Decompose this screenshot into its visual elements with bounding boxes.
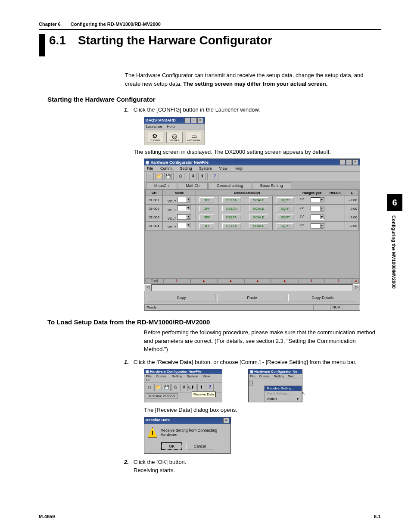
config-button[interactable]: ⚙CONFIG <box>147 132 163 143</box>
cursor-icon: ↖ <box>302 391 305 396</box>
hw-tabs: MeasCh MathCh General setting Basic Sett… <box>144 181 360 189</box>
col-dss: Delta/Scale/Sqrt <box>196 190 298 196</box>
recv-title: Receive Data <box>146 418 170 423</box>
cursor-icon: ↖ <box>187 385 191 391</box>
footer-left: M-4659 <box>39 514 55 519</box>
menu-system[interactable]: System <box>199 166 212 171</box>
tool-icon[interactable]: ⇕ <box>163 278 190 283</box>
open-icon[interactable]: 📂 <box>154 384 162 391</box>
dropdown-icon <box>177 214 191 220</box>
viewer-button[interactable]: ◎VIEWER <box>166 132 183 143</box>
col-range: Range/Type <box>298 190 326 196</box>
close-icon[interactable]: × <box>223 418 229 423</box>
help-icon[interactable]: ? <box>211 173 218 180</box>
print-icon[interactable]: ⎙ <box>171 384 179 391</box>
tab-measure[interactable]: Measure channel <box>146 393 178 399</box>
tool-icon[interactable]: ◂ <box>352 278 359 283</box>
side-chapter-text: Configuring the MV1000/MV2000 <box>387 211 401 293</box>
tab-basic[interactable]: Basic Setting <box>252 182 291 189</box>
app-icon: ▣ <box>146 160 151 165</box>
menu-comm[interactable]: Comm. <box>160 166 173 171</box>
minimize-icon[interactable]: _ <box>339 159 346 165</box>
maximize-icon[interactable]: □ <box>191 118 197 123</box>
launcher-window: DAQSTANDARD _ □ × Launcher Help ⚙CONFIG … <box>144 117 205 145</box>
table-row: CH002 VOLT OFF DELTA SCALE SQRT 2V -2.00 <box>146 205 359 213</box>
paste-button[interactable]: Paste <box>218 294 286 302</box>
help-icon[interactable]: ? <box>206 384 214 391</box>
save-icon[interactable]: 💾 <box>164 173 172 180</box>
receive-icon[interactable]: ⬇ <box>180 384 188 391</box>
scroll-right-icon[interactable]: ▷ <box>353 284 360 291</box>
tool-icon[interactable]: ▲ <box>271 278 298 283</box>
tool-icon[interactable]: ⇕ <box>298 278 325 283</box>
save-icon[interactable]: 💾 <box>163 384 171 391</box>
send2-icon[interactable]: ⬆ <box>197 384 205 391</box>
section-number: 6.1 <box>49 34 66 47</box>
new-icon[interactable]: □ <box>249 380 253 386</box>
hw-small-window: ▣ Hardware Configurator NewFile File Com… <box>144 369 222 402</box>
step-l1-text: Click the [Receive Data] button, or choo… <box>134 359 357 365</box>
load-intro: Before performing the following procedur… <box>144 328 381 354</box>
hw-toolbar: □ 📂 💾 ⎙ ⬇ ⬆ ? <box>144 172 360 181</box>
grid-space <box>145 230 359 278</box>
close-icon[interactable]: × <box>352 159 358 165</box>
menu-file[interactable]: File <box>147 166 153 171</box>
dropdown-icon <box>311 223 324 229</box>
minimize-icon[interactable]: _ <box>184 118 190 123</box>
app-icon: ▣ <box>250 370 254 373</box>
col-mode: Mode <box>163 190 196 196</box>
menu-help[interactable]: Help <box>235 166 243 171</box>
hw-menu-dropdown: ▣ Hardware Configurator Ne File Comm. Se… <box>248 369 302 402</box>
tool-icon[interactable]: ▲ <box>244 278 271 283</box>
step-1b: The setting screen in displayed. The DX2… <box>134 148 381 156</box>
scroll-track[interactable] <box>151 284 353 291</box>
config-icon: ⚙ <box>147 133 163 139</box>
scroll-left-icon[interactable]: ◁ <box>144 284 151 291</box>
page-footer: M-4659 6-1 <box>39 512 381 519</box>
tool-icon[interactable]: ▲ <box>217 278 244 283</box>
hw-scrollbar[interactable]: ◁ ▷ <box>144 284 360 291</box>
receive-dialog: Receive Data × ! Receive Setting from Co… <box>144 417 231 454</box>
tab-measch[interactable]: MeasCh <box>146 182 177 189</box>
network-icon: ▭ <box>186 133 202 139</box>
section-title-row: 6.1Starting the Harware Configurator <box>39 34 381 56</box>
network-button[interactable]: ▭NETWORK <box>186 132 202 143</box>
print-icon[interactable]: ⎙ <box>177 173 184 180</box>
hw-title: Hardware Configurator NewFile <box>151 160 209 165</box>
recv-msg: Receive Setting from Connecting Hardware <box>161 428 227 437</box>
menu-view[interactable]: View <box>219 166 227 171</box>
menu-send-setting[interactable]: Send Setting...↖ <box>265 391 302 396</box>
menu-setting[interactable]: Setting <box>180 166 192 171</box>
ok-button[interactable]: OK <box>162 443 182 450</box>
new-icon[interactable]: □ <box>146 173 154 180</box>
step-l2-num: 2. <box>124 458 132 467</box>
hw-menubar: File Comm. Setting System View Help <box>144 165 360 172</box>
status-ready: Ready <box>144 305 313 310</box>
menu-action[interactable]: Action▸ <box>265 396 302 401</box>
send-icon[interactable]: ⬆ <box>198 173 206 180</box>
tool-icon[interactable]: ▲ <box>190 278 218 283</box>
launcher-menu-item[interactable]: Launcher <box>146 124 162 129</box>
close-icon[interactable]: × <box>197 118 203 123</box>
recv-titlebar: Receive Data × <box>144 417 230 424</box>
new-icon[interactable]: □ <box>146 384 153 391</box>
menu-receive-setting[interactable]: Receive Setting... <box>265 386 302 391</box>
launcher-title: DAQSTANDARD <box>146 118 176 122</box>
tool-icon[interactable]: ⇕ <box>325 278 352 283</box>
launcher-menu-item[interactable]: Help <box>167 124 175 129</box>
copy-button[interactable]: Copy <box>147 294 216 302</box>
tab-mathch[interactable]: MathCh <box>178 182 208 189</box>
chapter-label: Chapter 6 <box>39 22 61 27</box>
tab-general[interactable]: General setting <box>209 182 251 189</box>
table-row: CH003 VOLT OFF DELTA SCALE SQRT 2V -2.00 <box>146 213 359 222</box>
table-row: CH004 VOLT OFF DELTA SCALE SQRT 2V -2.00 <box>146 222 359 230</box>
chapter-title: Configuring the RD-MV1000/RD-MV2000 <box>71 22 161 27</box>
receive-icon[interactable]: ⬇ <box>189 173 197 180</box>
open-icon[interactable]: 📂 <box>155 173 163 180</box>
cancel-button[interactable]: Cancel <box>187 443 213 450</box>
dropdown-icon <box>311 197 324 203</box>
maximize-icon[interactable]: □ <box>346 159 352 165</box>
chapter-header: Chapter 6 Configuring the RD-MV1000/RD-M… <box>39 22 381 27</box>
copy-details-button[interactable]: Copy Details <box>288 294 357 302</box>
col-l: L <box>345 190 359 196</box>
